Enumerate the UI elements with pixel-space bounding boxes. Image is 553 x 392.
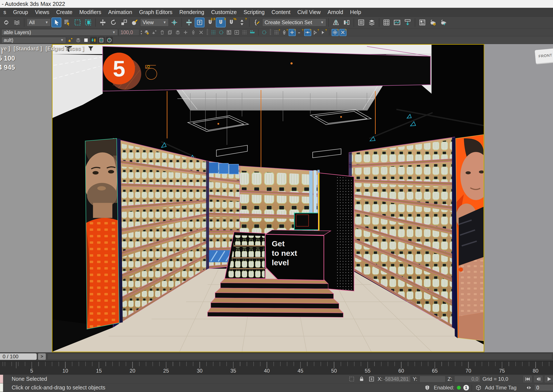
layer-manager-button[interactable] <box>143 29 150 36</box>
menu-item[interactable]: Scripting <box>240 8 268 16</box>
poster-woman[interactable] <box>453 134 484 341</box>
menu-item[interactable]: Graph Editors <box>136 8 176 16</box>
mirror-button[interactable] <box>331 17 341 28</box>
minus-question-icon[interactable]: ? <box>296 29 304 36</box>
absolute-offset-mode-icon[interactable] <box>368 375 376 383</box>
viewport-standard-label[interactable]: [Standard ] <box>14 46 42 52</box>
pivot-surface-snap-icon[interactable] <box>210 29 217 36</box>
select-by-name-button[interactable] <box>62 17 72 28</box>
cube-icon[interactable] <box>475 384 482 392</box>
create-new-layer-icon[interactable] <box>151 29 158 36</box>
add-time-tag[interactable]: Add Time Tag <box>485 385 517 391</box>
viewcube[interactable]: FRONT <box>535 48 553 63</box>
named-selection-sets-dropdown[interactable]: Create Selection Set▼ <box>262 18 326 27</box>
menu-item[interactable]: Create <box>53 8 76 16</box>
rectangular-selection-region-button[interactable] <box>73 17 83 28</box>
left-viewport-partial[interactable] <box>0 44 52 352</box>
selection-region-icon[interactable] <box>348 375 355 383</box>
menu-item[interactable]: Animation <box>105 8 136 16</box>
edit-working-pivot-icon[interactable] <box>226 29 233 36</box>
frame-spinner-arrows-icon[interactable] <box>525 384 533 392</box>
select-and-manipulate-button[interactable] <box>184 17 194 28</box>
spinner-arrows-icon[interactable]: ▲▼ <box>139 30 142 35</box>
select-and-rotate-button[interactable] <box>108 17 118 28</box>
curve-editor-button[interactable] <box>392 17 402 28</box>
grid-points-icon[interactable] <box>241 29 248 36</box>
selection-lock-icon[interactable] <box>358 375 366 383</box>
enabled-count-badge[interactable]: 1 <box>463 385 469 391</box>
bind-to-space-warp-icon[interactable] <box>12 17 22 28</box>
menu-item[interactable]: Arnold <box>324 8 347 16</box>
add-selection-to-layer-icon[interactable] <box>167 29 174 36</box>
snap-center-icon[interactable] <box>218 29 225 36</box>
time-slider-handle[interactable]: 0 / 100 <box>0 353 37 360</box>
bone-question-icon[interactable]: ? <box>281 29 288 36</box>
select-object-button[interactable] <box>51 17 61 28</box>
x-coordinate-field[interactable]: -58348,281 <box>385 376 411 382</box>
delete-layer-icon[interactable] <box>159 29 166 36</box>
transform-value-spinner[interactable]: 100,0▲▼ <box>119 29 142 36</box>
menu-item[interactable]: Group <box>10 8 32 16</box>
menu-item[interactable]: Help <box>347 8 365 16</box>
select-objects-in-layer-icon[interactable] <box>174 29 181 36</box>
layer-hierarchy-icon[interactable] <box>190 29 197 36</box>
menu-item[interactable]: s <box>0 8 10 16</box>
maxscript-mini-listener-white[interactable] <box>0 383 3 392</box>
shield-icon[interactable] <box>423 384 431 392</box>
play-animation-button[interactable] <box>544 375 553 383</box>
arrow-outline-question-icon[interactable]: ? <box>312 29 319 36</box>
align-to-view-icon[interactable] <box>233 29 241 36</box>
next-frame-button[interactable]: > <box>38 353 46 360</box>
freeze-question-button[interactable]: ? <box>332 29 339 36</box>
align-button[interactable] <box>341 17 351 28</box>
menu-item[interactable]: Views <box>32 8 53 16</box>
current-frame-field[interactable]: 0 <box>534 385 553 391</box>
go-to-start-button[interactable] <box>523 375 532 383</box>
help-button[interactable] <box>106 37 113 44</box>
active-perspective-viewport[interactable]: 5 <box>52 44 484 352</box>
x-question-button[interactable]: ? <box>339 29 347 36</box>
toggle-layer-explorer-button[interactable] <box>367 17 377 28</box>
menu-item[interactable]: Modifiers <box>76 8 105 16</box>
layer-hide-icon[interactable] <box>198 29 205 36</box>
measure-distance-icon[interactable] <box>249 29 256 36</box>
timeline-ruler[interactable]: 5101520253035404550556065707580 <box>0 361 553 375</box>
z-coordinate-field[interactable]: 0,0 <box>454 376 480 382</box>
select-and-move-button[interactable] <box>98 17 108 28</box>
previous-frame-button[interactable] <box>533 375 543 383</box>
scene-security-trees-button[interactable] <box>90 37 97 44</box>
snaps-toggle-button[interactable]: 3 <box>216 17 226 28</box>
viewport-filter-funnel-icon[interactable] <box>87 45 94 52</box>
viewport-label[interactable]: ve ] [Standard ] [Edged Faces ] <box>1 45 94 52</box>
y-coordinate-field[interactable] <box>419 376 446 382</box>
maxscript-listener-button[interactable] <box>98 37 105 44</box>
menu-item[interactable]: Customize <box>208 8 240 16</box>
render-production-button[interactable] <box>439 17 448 28</box>
schematic-view-button[interactable] <box>403 17 413 28</box>
arrow-filled-question-icon[interactable]: ? <box>320 29 327 36</box>
menu-item[interactable]: Rendering <box>176 8 208 16</box>
poster-man[interactable] <box>84 138 124 331</box>
snaps-toggle-25d-icon[interactable]: 2,5 <box>205 17 215 28</box>
toggle-ribbon-button[interactable] <box>382 17 391 28</box>
percent-snap-toggle-icon[interactable]: % <box>226 17 236 28</box>
selection-filter-dropdown[interactable]: All▼ <box>27 18 51 27</box>
edit-named-selection-sets-button[interactable] <box>252 17 262 28</box>
viewcube-front-face[interactable]: FRONT <box>538 53 552 58</box>
use-pivot-point-button[interactable] <box>169 17 179 28</box>
window-crossing-toggle[interactable] <box>83 17 93 28</box>
select-and-scale-button[interactable] <box>119 17 129 28</box>
maxscript-mini-listener-pink[interactable] <box>0 375 3 383</box>
keyboard-shortcut-override-button[interactable] <box>195 17 205 28</box>
menu-item[interactable]: Civil View <box>294 8 324 16</box>
material-editor-button[interactable] <box>417 17 427 28</box>
set-current-layer-icon[interactable] <box>182 29 189 36</box>
soft-selection-ring-icon[interactable] <box>261 29 268 36</box>
grid-question-icon[interactable]: ? <box>273 29 280 36</box>
spinner-snap-toggle-icon[interactable]: ? <box>237 17 247 28</box>
right-viewport-partial[interactable]: FRONT <box>484 44 553 352</box>
layers-stack-button[interactable] <box>75 37 82 44</box>
white-swatch[interactable] <box>82 37 89 44</box>
toggle-scene-explorer-button[interactable] <box>356 17 366 28</box>
slider-question-button[interactable]: ? <box>304 29 311 36</box>
